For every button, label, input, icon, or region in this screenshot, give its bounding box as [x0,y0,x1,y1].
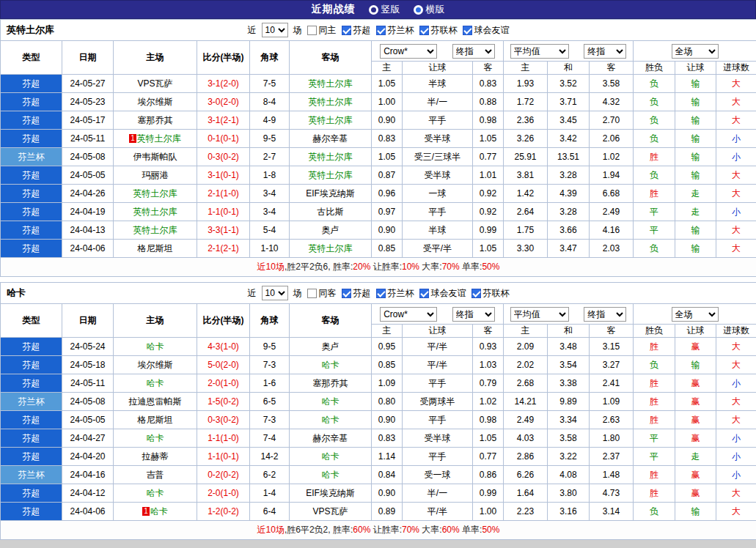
home-team-label: 埃尔维斯 [138,360,173,370]
average-select[interactable]: 平均值 [510,44,569,59]
avg-home-odds: 25.91 [504,148,548,166]
final-odds-select[interactable]: 终指 [452,44,495,59]
away-team-label: VPS瓦萨 [312,506,348,516]
league-checkbox-3[interactable]: 芬联杯 [419,24,458,37]
away-team-label: EIF埃克纳斯 [306,188,355,199]
fulltime-select[interactable]: 全场 [672,44,719,59]
col-header-away: 客场 [290,41,372,75]
col-header-score: 比分(半场) [197,304,250,338]
fulltime-group-header: 全场 [634,304,756,325]
summary-row: 近10场,胜6平2负2, 胜率:60% 让胜率:70% 大率:60% 单率:50… [1,521,756,540]
away-team-label: 哈卡 [322,415,340,425]
league-checkbox-4[interactable]: 球会友谊 [463,24,510,37]
subcol-avg-home: 主 [504,325,548,338]
away-team-label: 哈卡 [322,470,340,480]
bookmaker-select[interactable]: Crow* [380,44,437,59]
result-handicap: 赢 [675,429,716,448]
away-team: 哈卡 [290,356,372,374]
away-team: 英特土尔库 [290,75,372,93]
avg-home-odds: 2.86 [504,448,548,466]
corner-cell: 7-3 [250,411,290,429]
subcol-handicap-result: 让球 [675,325,716,338]
score-cell: 2-1(2-1) [197,240,250,258]
checkbox-unchecked-icon [307,26,317,35]
avg-home-odds: 2.23 [504,503,548,521]
home-team-label: 拉赫蒂 [142,451,169,462]
away-team-label: 塞那乔其 [313,378,348,388]
league-checkbox-2[interactable]: 芬兰杯 [376,24,414,37]
match-count-select[interactable]: 10 [262,286,288,300]
result-handicap: 走 [675,448,716,466]
league-checkbox-2[interactable]: 芬兰杯 [376,287,414,300]
match-date: 24-04-27 [62,429,114,448]
handicap-home-odds: 1.05 [372,148,403,166]
layout-radio-horizontal[interactable]: 横版 [414,3,445,16]
avg-away-odds: 2.70 [590,111,634,130]
handicap-line: 平手 [403,411,473,429]
result-goals: 大 [716,221,756,240]
result-handicap: 赢 [675,466,716,484]
result-handicap: 输 [675,166,716,185]
avg-home-odds: 6.26 [504,466,548,484]
summary-segment: 70% [402,525,419,535]
corner-cell: 6-2 [250,466,290,484]
away-team-label: 奥卢 [322,341,340,352]
same-venue-checkbox[interactable]: 同客 [307,287,337,300]
avg-home-odds: 1.75 [504,221,548,240]
final-odds-select-2[interactable]: 终指 [584,44,626,59]
home-team-label: 塞那乔其 [138,115,173,125]
league-checkbox-1[interactable]: 芬超 [342,24,371,37]
subcol-goals: 进球数 [716,62,756,75]
avg-away-odds: 2.03 [590,240,634,258]
away-team-label: 哈卡 [322,396,340,407]
fulltime-select[interactable]: 全场 [672,307,719,322]
result-goals: 小 [716,203,756,221]
score-cell: 0-3(0-2) [197,148,250,166]
corner-cell: 8-4 [250,93,290,111]
league-checkbox-label: 芬兰杯 [388,24,414,37]
radio-selected-icon [414,5,423,15]
final-odds-select-2[interactable]: 终指 [584,307,626,322]
team-filter-row: 英特土尔库 近 10 场 同主 芬超 芬兰杯 芬联杯 球会友谊 [1,20,756,41]
score-cell: 0-3(0-2) [197,411,250,429]
summary-cell: 近10场,胜2平2负6, 胜率:20% 让胜率:10% 大率:70% 单率:50… [1,258,756,277]
bookmaker-select[interactable]: Crow* [380,307,437,322]
same-venue-checkbox[interactable]: 同主 [307,24,337,37]
result-winloss: 胜 [634,411,675,429]
away-team-label: 赫尔辛基 [313,433,348,443]
league-checkbox-label: 芬超 [353,24,371,37]
away-team-label: 英特土尔库 [309,243,353,253]
col-header-type: 类型 [1,304,62,338]
match-count-select[interactable]: 10 [262,23,288,37]
handicap-line: 平手 [403,448,473,466]
avg-draw-odds: 3.52 [548,75,590,93]
match-date: 24-05-18 [62,356,114,374]
final-odds-select[interactable]: 终指 [452,307,495,322]
score-cell: 4-3(1-0) [197,338,250,356]
league-checkbox-4[interactable]: 芬联杯 [471,287,510,300]
league-checkbox-1[interactable]: 芬超 [342,287,371,300]
avg-draw-odds: 4.08 [548,466,590,484]
result-winloss: 负 [634,75,675,93]
handicap-away-odds: 1.05 [473,429,504,448]
home-team: 拉赫蒂 [114,448,197,466]
away-team-label: 古比斯 [318,207,344,217]
avg-away-odds: 2.37 [590,448,634,466]
home-team-label: 格尼斯坦 [138,243,173,253]
handicap-home-odds: 0.90 [372,221,403,240]
corner-cell: 6-4 [250,503,290,521]
result-handicap: 赢 [675,484,716,503]
result-goals: 大 [716,393,756,411]
match-date: 24-05-11 [62,374,114,393]
result-winloss: 负 [634,240,675,258]
layout-radio-vertical[interactable]: 竖版 [369,3,400,16]
home-team: 格尼斯坦 [114,240,197,258]
games-label: 场 [293,24,302,37]
score-cell: 1-1(0-1) [197,448,250,466]
league-checkbox-label: 芬兰杯 [388,287,414,300]
handicap-line: 平手 [403,374,473,393]
home-team-label: 英特土尔库 [133,188,177,199]
average-select[interactable]: 平均值 [510,307,569,322]
handicap-line: 平/半 [403,338,473,356]
league-checkbox-3[interactable]: 球会友谊 [419,287,466,300]
